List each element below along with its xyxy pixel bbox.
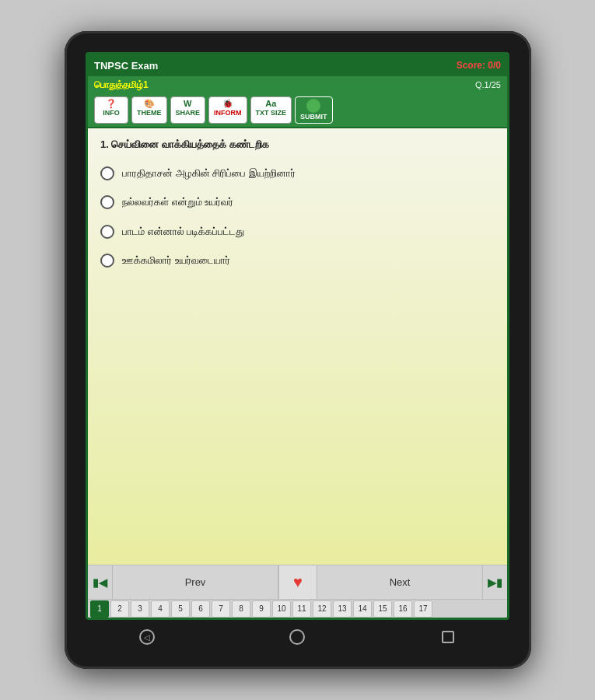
option-b-text: நல்லவர்கள் என்றும் உயர்வர்: [122, 194, 233, 210]
heart-icon: ♥: [293, 573, 303, 591]
page-num-12[interactable]: 12: [313, 600, 331, 618]
page-num-10[interactable]: 10: [272, 600, 291, 618]
prev-label: Prev: [185, 576, 206, 588]
share-button[interactable]: W SHARE: [170, 96, 206, 124]
prev-button[interactable]: Prev: [113, 565, 278, 599]
page-num-9[interactable]: 9: [252, 600, 271, 618]
page-num-11[interactable]: 11: [292, 600, 311, 618]
help-icon: ❓: [106, 99, 117, 109]
recents-button[interactable]: [437, 626, 459, 648]
first-page-button[interactable]: ▮◀: [88, 565, 113, 599]
page-num-5[interactable]: 5: [171, 600, 190, 618]
page-num-8[interactable]: 8: [232, 600, 250, 618]
radio-b[interactable]: [100, 195, 114, 209]
next-section: Next ▶▮: [317, 565, 507, 599]
recents-square-icon: [442, 631, 454, 643]
radio-inner-b: [104, 199, 110, 205]
option-d-text: ஊக்கமிலார் உயர்வடையார்: [122, 253, 230, 268]
option-c[interactable]: பாடம் என்னால் படிக்கப்பட்டது: [100, 224, 495, 240]
page-num-7[interactable]: 7: [212, 600, 230, 618]
back-arrow-icon: [139, 629, 155, 645]
toolbar: ❓ INFO 🎨 THEME W SHARE 🐞 INFORM Aa TXT S…: [88, 93, 507, 128]
help-info-button[interactable]: ❓ INFO: [94, 96, 128, 124]
first-icon: ▮◀: [93, 576, 107, 589]
sub-header: பொதுத்தமிழ்1 Q.1/25: [88, 76, 507, 93]
page-num-4[interactable]: 4: [151, 600, 170, 618]
share-label: SHARE: [176, 109, 201, 117]
radio-c[interactable]: [100, 225, 114, 239]
page-num-15[interactable]: 15: [373, 600, 392, 618]
tablet-device: TNPSC Exam Score: 0/0 பொதுத்தமிழ்1 Q.1/2…: [65, 31, 531, 669]
page-num-1[interactable]: 1: [90, 600, 109, 618]
favorite-button[interactable]: ♥: [278, 565, 317, 599]
page-num-2[interactable]: 2: [110, 600, 129, 618]
next-button[interactable]: Next: [317, 565, 482, 599]
help-label: INFO: [103, 109, 120, 117]
option-b[interactable]: நல்லவர்கள் என்றும் உயர்வர்: [100, 194, 495, 210]
last-page-button[interactable]: ▶▮: [482, 565, 507, 599]
next-label: Next: [390, 576, 411, 588]
option-d[interactable]: ஊக்கமிலார் உயர்வடையார்: [100, 253, 495, 268]
chapter-title: பொதுத்தமிழ்1: [94, 79, 149, 90]
question-text: 1. செய்வினை வாக்கியத்தைக் கண்டறிக: [100, 138, 495, 152]
option-a-text: பாரதிதாசன் அழகின் சிரிப்பை இயற்றினார்: [122, 166, 296, 181]
option-a[interactable]: பாரதிதாசன் அழகின் சிரிப்பை இயற்றினார்: [100, 166, 495, 181]
radio-inner-c: [104, 229, 110, 235]
option-c-text: பாடம் என்னால் படிக்கப்பட்டது: [122, 224, 244, 240]
main-content: 1. செய்வினை வாக்கியத்தைக் கண்டறிக பாரதித…: [88, 128, 507, 565]
tablet-screen: TNPSC Exam Score: 0/0 பொதுத்தமிழ்1 Q.1/2…: [86, 52, 509, 620]
radio-inner-d: [104, 257, 110, 264]
radio-a[interactable]: [100, 166, 114, 180]
prev-section: ▮◀ Prev: [88, 565, 278, 599]
theme-button[interactable]: 🎨 THEME: [131, 96, 167, 124]
system-navigation: [72, 623, 523, 651]
page-num-6[interactable]: 6: [191, 600, 210, 618]
page-num-13[interactable]: 13: [333, 600, 352, 618]
submit-circle-icon: [306, 99, 320, 113]
txtsize-button[interactable]: Aa TXT SIZE: [250, 96, 292, 124]
page-numbers-row: 1234567891011121314151617: [88, 599, 507, 618]
app-header: TNPSC Exam Score: 0/0: [88, 54, 507, 76]
txtsize-icon: Aa: [265, 99, 276, 109]
question-number: Q.1/25: [475, 80, 501, 89]
theme-icon: 🎨: [144, 99, 155, 109]
bottom-navigation: ▮◀ Prev ♥ Next ▶▮: [88, 565, 507, 599]
page-num-16[interactable]: 16: [394, 600, 412, 618]
last-icon: ▶▮: [488, 576, 502, 589]
radio-inner-a: [104, 170, 110, 177]
submit-button[interactable]: SUBMIT: [295, 96, 333, 124]
theme-label: THEME: [137, 109, 162, 117]
share-icon: W: [184, 99, 191, 109]
inform-label: INFORM: [214, 109, 242, 117]
txtsize-label: TXT SIZE: [256, 109, 287, 117]
inform-icon: 🐞: [222, 99, 233, 109]
submit-label: SUBMIT: [300, 113, 327, 121]
radio-d[interactable]: [100, 254, 114, 268]
inform-button[interactable]: 🐞 INFORM: [208, 96, 247, 124]
home-button[interactable]: [286, 626, 308, 648]
app-title: TNPSC Exam: [94, 60, 158, 72]
score-display: Score: 0/0: [457, 60, 501, 71]
page-num-3[interactable]: 3: [131, 600, 149, 618]
page-num-17[interactable]: 17: [414, 600, 432, 618]
home-circle-icon: [289, 629, 305, 645]
page-num-14[interactable]: 14: [353, 600, 372, 618]
back-button[interactable]: [136, 626, 158, 648]
